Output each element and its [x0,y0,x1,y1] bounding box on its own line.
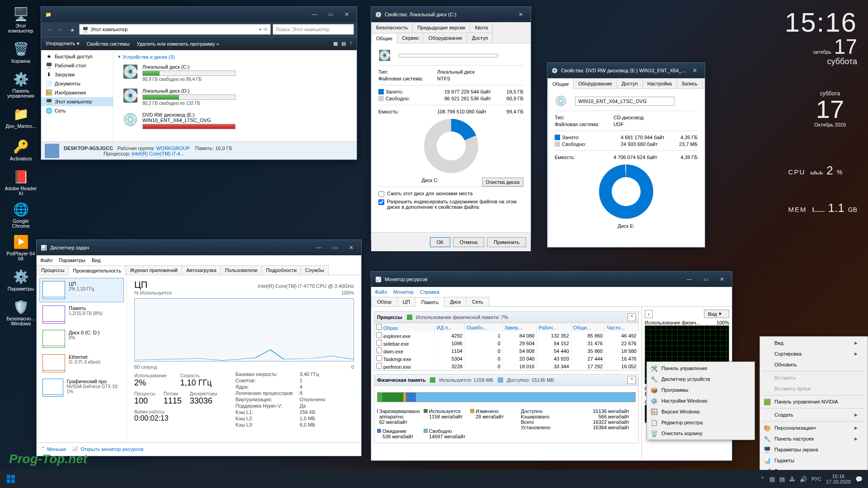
nav-up-icon[interactable]: ▲ [67,24,77,34]
collapse-icon[interactable]: ⌃ [627,376,636,384]
tab[interactable]: Обзор [371,297,397,306]
address-bar[interactable]: 🖥️Этот компьютер▾⟳ [79,24,271,35]
search-input[interactable]: Поиск: Этот компьютер [273,24,354,35]
tab[interactable]: Журнал приложений [125,265,182,275]
tray-disk-icon[interactable]: ▤ [779,476,785,483]
table-row[interactable]: explorer.exe4292184 080132 35285 86046 4… [374,332,639,339]
col-header[interactable]: ИД п... [435,323,465,332]
tab[interactable]: Оборудование [573,78,617,89]
view-dropdown[interactable]: Вид ▾ [704,310,729,318]
menu-item[interactable]: Файл [375,289,387,295]
sidebar-item[interactable]: 📄Документы [41,79,113,88]
tab[interactable]: Доступ [617,78,643,89]
col-header[interactable]: Частн... [605,323,639,332]
table-row[interactable]: sidebar.exe1096029 60454 15231 47622 676 [374,339,639,347]
sidebar-item[interactable]: ★Быстрый доступ [41,52,113,61]
nav-back-icon[interactable]: ◀ [44,24,54,34]
menu-item[interactable]: 🗑️Очистить корзину [648,428,754,439]
close-button[interactable]: ✕ [343,242,359,253]
tab[interactable]: Безопасность [371,22,413,33]
tray-lang[interactable]: РУС [811,476,821,482]
menu-item[interactable]: 📊Гаджеты [761,455,867,466]
menu-item[interactable]: Справка [420,289,439,295]
menu-item[interactable]: 🔧Панель настроек▶ [761,433,867,444]
menu-item[interactable]: 🟩Панель управления NVIDIA [761,396,867,407]
fewer-details[interactable]: ⌃Меньше [41,446,66,452]
sidebar-item[interactable]: 🖥️Этот компьютер [41,97,113,106]
col-header[interactable]: Ошибо... [464,323,502,332]
collapse-icon[interactable]: ⌃ [627,313,636,321]
volume-name-input[interactable] [399,54,498,57]
tab[interactable]: Службы [301,265,329,275]
sidebar-item[interactable]: 🌐Сеть [41,106,113,115]
table-row[interactable]: dwm.exe1104054 80854 44035 86018 580 [374,347,639,355]
perf-item[interactable]: ЦП2% 1,10 ГГц [39,278,124,302]
perf-item[interactable]: Диск 0 (C: D:)0% [39,327,124,351]
index-checkbox[interactable] [378,199,384,205]
drive-item[interactable]: 💽Локальный диск (D:)80,2 ГБ свободно из … [123,88,236,106]
tray-network-icon[interactable]: 🖧 [789,476,795,483]
explorer-titlebar[interactable]: 📁 — ▭ ✕ [41,7,357,22]
desktop-icon[interactable]: 🗑️Корзина [4,36,38,68]
close-button[interactable]: ✕ [339,9,355,20]
col-header[interactable]: Завер... [502,323,537,332]
minimize-button[interactable]: — [311,242,327,253]
menu-item[interactable]: ⚙️Настройки Windows [648,395,754,406]
table-row[interactable]: Taskmgr.exe5304020 04043 92027 44416 476 [374,355,639,362]
menu-item[interactable]: Параметры [59,258,85,263]
tab[interactable]: Настройка [642,78,677,89]
sysprop-button[interactable]: Свойства системы [87,41,130,47]
apply-button[interactable]: Применить [487,237,526,247]
col-header[interactable]: Общи... [571,323,605,332]
tab[interactable]: Общие [547,79,574,89]
tray-notifications-icon[interactable]: 💬 [855,476,863,483]
desktop-icon[interactable]: 📕Adobe Reader XI [4,166,38,198]
processes-section[interactable]: ПроцессыИспользование физической памяти:… [374,311,639,323]
sidebar-item[interactable]: ⬇Загрузки [41,70,113,79]
menu-item[interactable]: Монитор [393,289,414,295]
chevron-down-icon[interactable]: ▾ [259,27,262,33]
tab[interactable]: Автозагрузка [182,265,221,275]
close-button[interactable]: ✕ [714,274,730,285]
drives-group-header[interactable]: ▾Устройства и диски (3) [118,52,352,63]
tray-clock[interactable]: 15:1617.10.2020 [826,474,851,484]
volume-name-input[interactable]: WIN10_ENT_X64_LTSC_OVG [575,97,675,106]
refresh-icon[interactable]: ⟳ [264,27,268,33]
tab[interactable]: Сервис [397,33,424,43]
menu-item[interactable]: 🖥️Параметры экрана [761,444,867,455]
col-header[interactable]: Образ [374,323,435,332]
nav-forward-icon[interactable]: ▶ [56,24,66,34]
menu-item[interactable]: Создать▶ [761,409,867,420]
tab[interactable]: Пользователи [221,265,262,275]
menu-item[interactable]: Вид [92,258,101,263]
table-row[interactable]: perfmon.exe3228018 01633 34417 29216 052 [374,362,639,371]
view-large-icon[interactable]: ▤ [341,41,346,47]
menu-item[interactable]: 📦Программы [648,385,754,395]
open-resmon[interactable]: 📈Открыть монитор ресурсов [72,446,143,452]
organize-menu[interactable]: Упорядочить ▾ [46,41,80,47]
sidebar-item[interactable]: 🖥️Рабочий стол [41,61,113,70]
close-button[interactable]: ✕ [687,65,703,76]
tab[interactable]: Диск [444,297,467,306]
sidebar-item[interactable]: 🖼️Изображения [41,88,113,97]
tab[interactable]: Память [415,297,444,307]
close-button[interactable]: ✕ [513,9,529,20]
help-icon[interactable]: ? [349,41,352,47]
maximize-button[interactable]: ▭ [322,9,339,20]
tab[interactable]: Процессы [37,265,69,275]
menu-item[interactable]: 🔧Диспетчер устройств [648,374,754,385]
ok-button[interactable]: ОК [430,237,450,247]
tab[interactable]: Запись [676,78,703,89]
tab[interactable]: Оборудование [424,33,467,43]
desktop-icon[interactable]: ▶️PotPlayer 64 bit [4,231,38,263]
desktop-icon[interactable]: 🌐Google Chrome [4,199,38,230]
tray-nvidia-icon[interactable]: ▧ [769,476,775,483]
desktop-icon[interactable]: 🔑Activators [4,134,38,165]
tab[interactable]: Предыдущие версии [412,22,470,33]
drive-item[interactable]: 💿DVD RW дисковод (E:)WIN10_ENT_X64_LTSC_… [123,112,236,130]
perf-item[interactable]: EthernetО: 0 П: 0 кбит/с [39,351,124,375]
menu-item[interactable]: Файл [40,258,52,263]
tab[interactable]: Общие [371,33,397,43]
tray-volume-icon[interactable]: 🔊 [800,476,807,483]
desktop-icon[interactable]: 📁Дон_Матео... [4,101,38,133]
